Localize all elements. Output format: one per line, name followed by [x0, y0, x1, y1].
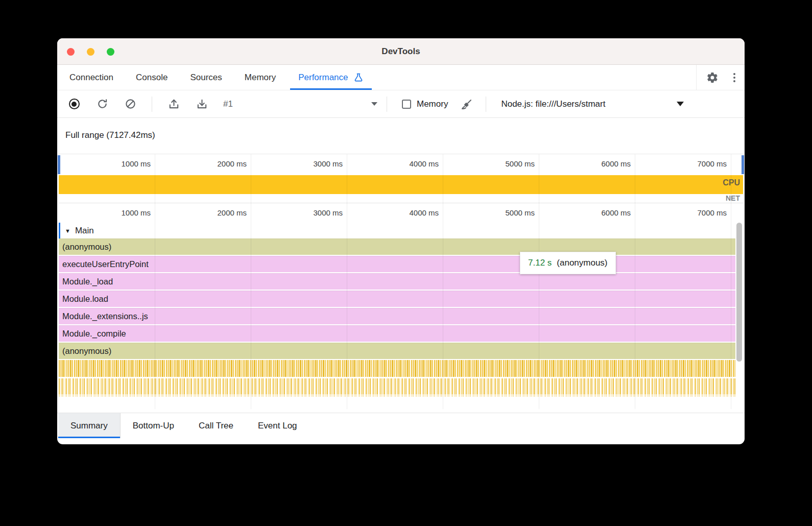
flask-icon — [353, 73, 364, 83]
flame-row-module-compile[interactable]: Module._compile — [59, 325, 743, 343]
tab-bottom-up[interactable]: Bottom-Up — [121, 413, 186, 438]
flame-row-execute-user-entry-point[interactable]: executeUserEntryPoint — [59, 256, 743, 273]
performance-panel-content: Full range (7127.42ms) 1000 ms 2000 ms 3… — [57, 118, 745, 444]
chevron-down-icon — [371, 102, 377, 106]
target-select[interactable]: Node.js: file:///Users/stmart — [501, 99, 684, 109]
overview-ruler: 1000 ms 2000 ms 3000 ms 4000 ms 5000 ms … — [59, 154, 743, 175]
vertical-scrollbar[interactable] — [735, 222, 743, 409]
dropdown-triangle-icon — [677, 102, 684, 106]
range-handle-left[interactable] — [58, 155, 60, 174]
flame-chart-tooltip: 7.12 s (anonymous) — [520, 252, 616, 274]
tab-label: Event Log — [258, 421, 297, 431]
maximize-window-button[interactable] — [107, 48, 114, 56]
memory-checkbox-label: Memory — [417, 99, 448, 109]
record-button[interactable] — [67, 98, 81, 111]
flame-row-module-load[interactable]: Module.load — [59, 291, 743, 308]
tab-label: Sources — [190, 73, 222, 83]
tab-summary[interactable]: Summary — [58, 413, 121, 438]
title-bar: DevTools — [57, 38, 745, 65]
settings-gear-icon[interactable] — [706, 71, 719, 84]
cpu-track-label: CPU — [723, 178, 740, 187]
flame-microtasks-band-2[interactable] — [59, 378, 743, 397]
ruler-tick: 5000 ms — [443, 203, 539, 223]
tab-label: Call Tree — [199, 421, 233, 431]
flame-row-label: Module._compile — [62, 329, 126, 339]
timeline-overview[interactable]: 1000 ms 2000 ms 3000 ms 4000 ms 5000 ms … — [59, 154, 743, 203]
tab-label: Summary — [70, 421, 108, 431]
ruler-tick: 2000 ms — [155, 154, 251, 175]
full-range-label: Full range (7127.42ms) — [57, 118, 745, 154]
recording-session-select[interactable]: #1 — [223, 99, 377, 109]
flame-chart[interactable]: 1000 ms 2000 ms 3000 ms 4000 ms 5000 ms … — [59, 203, 743, 409]
load-profile-icon[interactable] — [167, 98, 180, 111]
network-track[interactable]: NET — [59, 194, 743, 203]
net-track-label: NET — [726, 194, 740, 202]
ruler-tick: 4000 ms — [347, 203, 443, 223]
main-thread-header[interactable]: ▼ Main — [59, 223, 743, 238]
ruler-tick: 7000 ms — [635, 154, 731, 175]
disclosure-triangle-icon[interactable]: ▼ — [65, 228, 70, 234]
flame-row-label: executeUserEntryPoint — [62, 259, 149, 269]
tab-label: Memory — [245, 73, 276, 83]
toolbar-divider — [387, 97, 387, 112]
tab-label: Performance — [298, 73, 348, 83]
target-select-value: Node.js: file:///Users/stmart — [501, 99, 605, 109]
devtools-window: DevTools Connection Console Sources Memo… — [57, 38, 745, 444]
tab-connection[interactable]: Connection — [58, 65, 125, 90]
tab-sources[interactable]: Sources — [179, 65, 233, 90]
ruler-tick: 6000 ms — [539, 154, 635, 175]
reload-and-record-icon[interactable] — [95, 98, 109, 111]
flame-row-module-load-underscore[interactable]: Module._load — [59, 273, 743, 291]
ruler-tick: 1000 ms — [59, 154, 155, 175]
cpu-activity-track[interactable]: CPU — [59, 175, 743, 194]
flame-microtasks-band-1[interactable] — [59, 360, 743, 377]
flame-row-module-extensions[interactable]: Module._extensions..js — [59, 308, 743, 325]
tooltip-function-name: (anonymous) — [557, 258, 607, 268]
ruler-tick: 1000 ms — [59, 203, 155, 223]
tab-bar-right-controls — [696, 65, 745, 90]
ruler-tick: 3000 ms — [251, 203, 347, 223]
ruler-tick: 5000 ms — [443, 154, 539, 175]
ruler-tick: 4000 ms — [347, 154, 443, 175]
ruler-tick: 6000 ms — [539, 203, 635, 223]
minimize-window-button[interactable] — [87, 48, 94, 56]
flame-row-label: Module._load — [62, 277, 113, 286]
ruler-tick: 7000 ms — [635, 203, 731, 223]
tab-console[interactable]: Console — [125, 65, 179, 90]
flame-row-label: Module.load — [62, 294, 108, 304]
window-controls — [67, 48, 114, 56]
garbage-collect-broom-icon[interactable] — [460, 98, 473, 111]
toolbar-divider — [486, 97, 486, 112]
performance-toolbar: #1 Memory Node.js: file:///Users/stmart — [57, 90, 745, 118]
window-title: DevTools — [381, 46, 420, 57]
tab-performance[interactable]: Performance — [287, 65, 374, 90]
tab-event-log[interactable]: Event Log — [246, 413, 309, 438]
tab-call-tree[interactable]: Call Tree — [186, 413, 246, 438]
session-select-value: #1 — [223, 99, 233, 109]
memory-option: Memory — [402, 99, 448, 109]
tab-label: Console — [136, 73, 168, 83]
main-thread-label: Main — [75, 226, 94, 236]
tab-label: Bottom-Up — [133, 421, 174, 431]
toolbar-divider — [152, 97, 152, 112]
tooltip-duration: 7.12 s — [528, 258, 552, 268]
panel-tab-bar: Connection Console Sources Memory Perfor… — [57, 65, 745, 90]
tab-memory[interactable]: Memory — [233, 65, 287, 90]
detail-tab-bar: Summary Bottom-Up Call Tree Event Log — [57, 413, 745, 438]
flame-row-label: (anonymous) — [62, 346, 111, 356]
ruler-tick: 2000 ms — [155, 203, 251, 223]
flame-row-label: Module._extensions..js — [62, 312, 148, 321]
save-profile-icon[interactable] — [195, 98, 208, 111]
ruler-tick: 3000 ms — [251, 154, 347, 175]
tab-label: Connection — [69, 73, 113, 83]
flame-row-label: (anonymous) — [62, 242, 111, 252]
close-window-button[interactable] — [67, 48, 75, 56]
range-handle-right[interactable] — [742, 155, 744, 174]
scrollbar-thumb[interactable] — [736, 223, 742, 362]
flame-row-anonymous-bottom[interactable]: (anonymous) — [59, 343, 743, 360]
clear-recording-icon[interactable] — [124, 98, 137, 111]
flame-chart-ruler: 1000 ms 2000 ms 3000 ms 4000 ms 5000 ms … — [59, 203, 743, 223]
flame-row-anonymous-top[interactable]: (anonymous) — [59, 238, 743, 256]
memory-checkbox[interactable] — [402, 100, 411, 109]
more-options-icon[interactable] — [733, 73, 735, 82]
